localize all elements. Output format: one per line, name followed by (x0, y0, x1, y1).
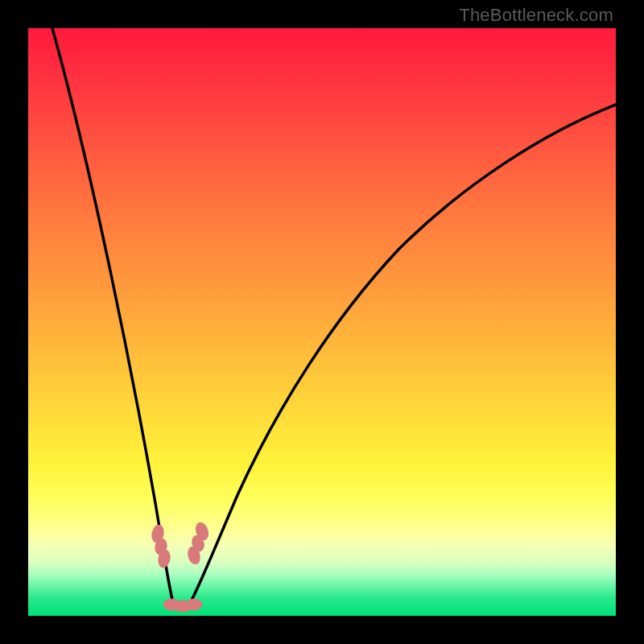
chart-container: TheBottleneck.com (0, 0, 644, 644)
watermark-text: TheBottleneck.com (459, 5, 613, 26)
svg-point-8 (186, 599, 202, 610)
plot-area (28, 28, 616, 616)
optimal-range-markers (151, 521, 210, 612)
bottleneck-curve (52, 28, 616, 607)
curve-layer (28, 28, 616, 616)
